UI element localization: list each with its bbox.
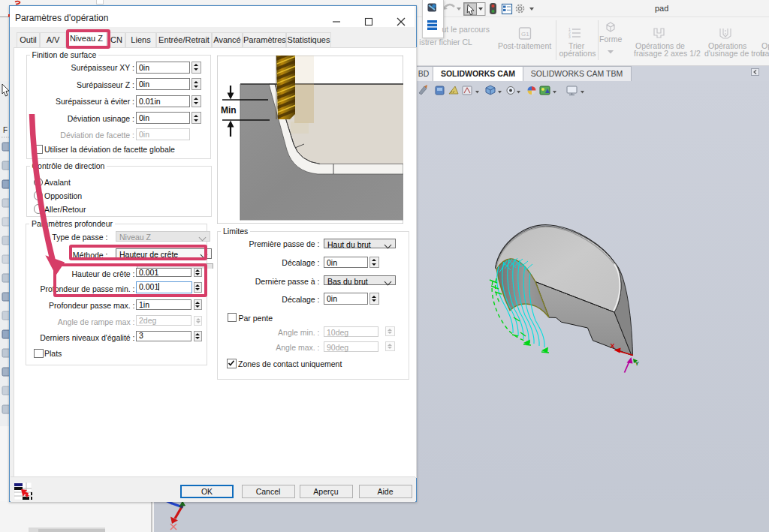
svg-text:Y: Y bbox=[635, 360, 640, 367]
svg-text:Min: Min bbox=[221, 105, 237, 116]
svg-text:G1: G1 bbox=[521, 31, 529, 38]
svg-text:3: 3 bbox=[568, 35, 571, 39]
svg-text:X: X bbox=[611, 342, 615, 350]
svg-text:pad: pad bbox=[655, 4, 668, 13]
svg-text:F: F bbox=[3, 126, 8, 134]
